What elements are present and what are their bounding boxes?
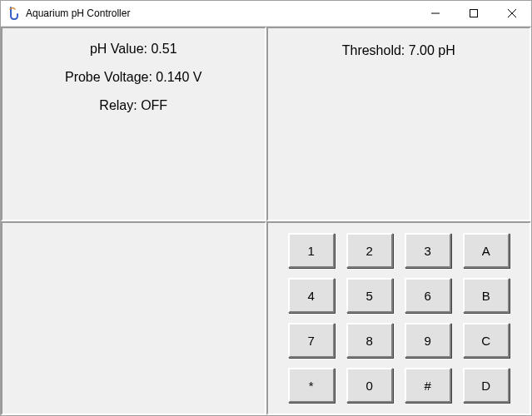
window-controls — [416, 1, 531, 26]
key-6[interactable]: 6 — [405, 278, 451, 313]
threshold-label: Threshold: 7.00 pH — [268, 43, 530, 58]
key-5[interactable]: 5 — [346, 278, 393, 313]
probe-voltage-label: Probe Voltage: 0.140 V — [2, 70, 265, 85]
app-window: Aquarium pH Controller pH Value: 0.51 Pr… — [0, 0, 532, 416]
empty-pane — [1, 221, 266, 416]
app-icon — [7, 7, 21, 20]
key-4[interactable]: 4 — [288, 278, 335, 313]
titlebar: Aquarium pH Controller — [1, 1, 531, 27]
keypad: 1 2 3 A 4 5 6 B 7 8 9 C * 0 # D — [288, 233, 510, 403]
keypad-pane: 1 2 3 A 4 5 6 B 7 8 9 C * 0 # D — [266, 221, 532, 416]
relay-status-label: Relay: OFF — [2, 98, 265, 113]
client-area: pH Value: 0.51 Probe Voltage: 0.140 V Re… — [1, 27, 531, 415]
key-c[interactable]: C — [463, 323, 510, 358]
key-b[interactable]: B — [463, 278, 510, 313]
key-d[interactable]: D — [463, 368, 510, 403]
key-7[interactable]: 7 — [288, 323, 335, 358]
key-1[interactable]: 1 — [288, 233, 335, 268]
minimize-button[interactable] — [416, 1, 455, 26]
close-button[interactable] — [493, 1, 531, 26]
key-8[interactable]: 8 — [346, 323, 393, 358]
threshold-pane: Threshold: 7.00 pH — [266, 27, 532, 221]
ph-value-label: pH Value: 0.51 — [2, 42, 265, 57]
svg-rect-1 — [470, 10, 478, 17]
window-title: Aquarium pH Controller — [26, 7, 416, 19]
key-2[interactable]: 2 — [346, 233, 393, 268]
key-3[interactable]: 3 — [405, 233, 451, 268]
maximize-button[interactable] — [455, 1, 493, 26]
key-star[interactable]: * — [288, 368, 335, 403]
key-9[interactable]: 9 — [405, 323, 451, 358]
status-pane: pH Value: 0.51 Probe Voltage: 0.140 V Re… — [1, 27, 266, 221]
key-hash[interactable]: # — [405, 368, 451, 403]
key-0[interactable]: 0 — [346, 368, 393, 403]
key-a[interactable]: A — [463, 233, 510, 268]
